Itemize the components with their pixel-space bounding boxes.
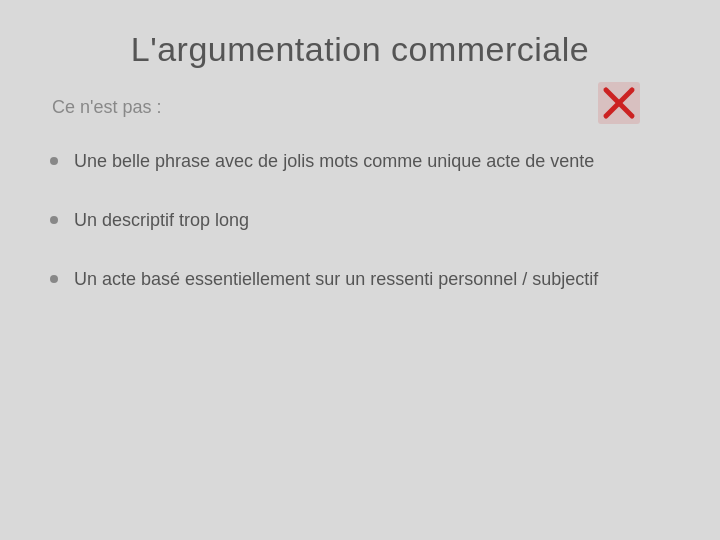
list-item: Une belle phrase avec de jolis mots comm… xyxy=(50,148,670,175)
bullet-text-3: Un acte basé essentiellement sur un ress… xyxy=(74,266,670,293)
slide-subtitle: Ce n'est pas : xyxy=(50,97,670,118)
bullet-list: Une belle phrase avec de jolis mots comm… xyxy=(50,148,670,293)
list-item: Un descriptif trop long xyxy=(50,207,670,234)
slide-title: L'argumentation commerciale xyxy=(50,30,670,69)
bullet-dot xyxy=(50,157,58,165)
bullet-text-2: Un descriptif trop long xyxy=(74,207,670,234)
list-item: Un acte basé essentiellement sur un ress… xyxy=(50,266,670,293)
cross-icon xyxy=(598,82,640,124)
slide: L'argumentation commerciale Ce n'est pas… xyxy=(0,0,720,540)
bullet-dot xyxy=(50,216,58,224)
bullet-dot xyxy=(50,275,58,283)
bullet-text-1: Une belle phrase avec de jolis mots comm… xyxy=(74,148,670,175)
